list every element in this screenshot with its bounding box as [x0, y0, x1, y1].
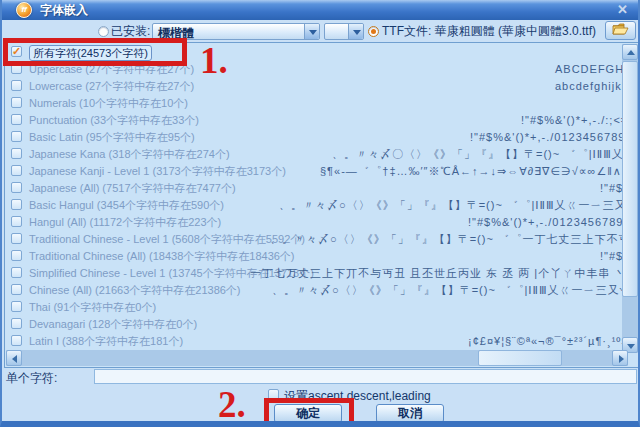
charset-row[interactable]: Japanese (All) (7517个字符中存在7477个)!"#$%&'(… [5, 180, 623, 197]
charset-row[interactable]: Uppercase (27个字符中存在27个)ABCDEFGHIJKLMNOPQ… [5, 61, 623, 78]
charset-row[interactable]: Basic Hangul (3454个字符中存在590个)、。〃々〆○〈〉《》「… [5, 197, 623, 214]
charset-checkbox[interactable] [11, 250, 22, 261]
charset-row[interactable]: Chinese (All) (21663个字符中存在21386个)、。〃々〆○〈… [5, 282, 623, 299]
charset-checkbox[interactable] [11, 233, 22, 244]
charset-label: Devanagari (128个字符中存在0个) [29, 316, 197, 333]
charset-label: Japanese Kana (318个字符中存在274个) [29, 146, 230, 163]
charset-label: Thai (91个字符中存在0个) [29, 299, 156, 316]
charset-label: Hangul (All) (11172个字符中存在223个) [29, 214, 221, 231]
charset-sample-text: ¡¢£¤¥¦§¨©ª«¬®¯°±²³´µ¶·¸¹º»¼½¾¿ÀÁÂÃÄÅÆ [468, 333, 623, 350]
charset-row[interactable]: Latin I (388个字符中存在181个)¡¢£¤¥¦§¨©ª«¬®¯°±²… [5, 333, 623, 350]
charset-row[interactable]: Traditional Chinese (All) (18438个字符中存在18… [5, 248, 623, 265]
horizontal-scrollbar-thumb[interactable] [478, 350, 562, 366]
app-logo-icon: ff [16, 2, 32, 18]
charset-rows: ✓所有字符(24573个字符)Uppercase (27个字符中存在27个)AB… [5, 44, 623, 352]
charset-list: ✓所有字符(24573个字符)Uppercase (27个字符中存在27个)AB… [4, 42, 640, 368]
charset-label: Numerals (10个字符中存在10个) [29, 95, 188, 112]
charset-checkbox[interactable] [11, 301, 22, 312]
charset-sample-text: 一丁七万丈三上下丌不与丏丑 且丕世丘丙业 东 丞 两 |个丫ㄚ中丰串 丶丸丹 主… [250, 265, 623, 282]
charset-checkbox[interactable] [11, 80, 22, 91]
charset-row[interactable]: Punctuation (33个字符中存在33个)!"#$%&'()*+,-./… [5, 112, 623, 129]
vertical-scrollbar-thumb[interactable] [622, 61, 638, 297]
font-source-controls: 已安装: 標楷體 TTF文件: 華康粗圓體 (華康中圓體3.0.ttf) [2, 20, 638, 42]
browse-ttf-button[interactable] [605, 21, 636, 40]
charset-label: Traditional Chinese - Level 1 (5608个字符中存… [29, 231, 305, 248]
charset-checkbox[interactable] [11, 131, 22, 142]
single-char-input[interactable] [94, 369, 637, 384]
metrics-checkbox[interactable] [268, 389, 279, 400]
charset-row[interactable]: Traditional Chinese - Level 1 (5608个字符中存… [5, 231, 623, 248]
titlebar[interactable]: ff 字体嵌入 ✕ [2, 0, 638, 20]
font-embed-dialog: ff 字体嵌入 ✕ 已安装: 標楷體 TTF文件: 華康粗圓體 (華康中圓體3.… [0, 0, 640, 427]
charset-row[interactable]: Simplified Chinese - Level 1 (13745个字符中存… [5, 265, 623, 282]
charset-row[interactable]: Devanagari (128个字符中存在0个) [5, 316, 623, 333]
dialog-footer: 设置ascent,descent,leading 确定 取消 [2, 386, 638, 421]
scroll-left-button[interactable] [6, 350, 22, 366]
charset-sample-text: 、。〃々〆○〈〉《》「」『』【】〒=()~ ゛゜一丁七丈三上下不丏丑且丕世丘丙亟… [270, 231, 623, 248]
charset-row[interactable]: Hangul (All) (11172个字符中存在223个)!"#$%&'()*… [5, 214, 623, 231]
charset-label: Japanese Kanji - Level 1 (3173个字符中存在3173… [29, 163, 286, 180]
charset-checkbox[interactable] [11, 114, 22, 125]
ok-button[interactable]: 确定 [274, 404, 342, 423]
charset-checkbox[interactable] [11, 335, 22, 346]
charset-sample-text: abcdefghijklmnopqrstuvwxyz [555, 78, 623, 95]
charset-sample-text: !"#$%&'()*+,-./0123456789:;<=>?@ABCDEFG [470, 129, 623, 146]
charset-checkbox[interactable] [11, 284, 22, 295]
charset-label: Punctuation (33个字符中存在33个) [29, 112, 199, 129]
charset-row[interactable]: ✓所有字符(24573个字符) [5, 44, 623, 61]
horizontal-scrollbar[interactable] [6, 350, 628, 366]
scroll-up-button[interactable] [622, 44, 638, 60]
charset-row[interactable]: Japanese Kanji - Level 1 (3173个字符中存在3173… [5, 163, 623, 180]
charset-row[interactable]: Thai (91个字符中存在0个) [5, 299, 623, 316]
charset-row[interactable]: Basic Latin (95个字符中存在95个)!"#$%&'()*+,-./… [5, 129, 623, 146]
charset-label: 所有字符(24573个字符) [29, 45, 152, 61]
vertical-scrollbar[interactable] [622, 44, 638, 353]
metrics-checkbox-label: 设置ascent,descent,leading [284, 388, 431, 405]
cancel-button[interactable]: 取消 [376, 404, 444, 423]
charset-checkbox[interactable] [11, 165, 22, 176]
charset-sample-text: §¶«-—゛゜†‡…‰′″※℃Å←↑→↓⇒⇔∀∂∃∇∈∋√∝∞∠‖∧∨Γ [320, 163, 623, 180]
window-title: 字体嵌入 [40, 2, 88, 19]
charset-label: Lowercase (27个字符中存在27个) [29, 78, 194, 95]
charset-sample-text: ABCDEFGHIJKLMNOPQRSTUVWXYZ [555, 61, 623, 78]
charset-label: Latin I (388个字符中存在181个) [29, 333, 183, 350]
charset-sample-text: !"#$%&'()* [600, 180, 623, 197]
single-char-section: 单个字符: [2, 368, 638, 386]
charset-checkbox[interactable] [11, 216, 22, 227]
charset-checkbox[interactable] [11, 148, 22, 159]
charset-label: Basic Hangul (3454个字符中存在590个) [29, 197, 224, 214]
charset-checkbox[interactable] [11, 318, 22, 329]
charset-sample-text: 、。〃々〆○〈〉《》「」『』【】〒=()~ ゛゜|ⅠⅡⅢ乂ㄍ一ㄧ三又〰 [279, 197, 623, 214]
charset-row[interactable]: Lowercase (27个字符中存在27个)abcdefghijklmnopq… [5, 78, 623, 95]
charset-row[interactable]: Numerals (10个字符中存在10个) [5, 95, 623, 112]
installed-font-value: 標楷體 [158, 25, 194, 42]
charset-checkbox[interactable] [11, 182, 22, 193]
ttf-file-label: TTF文件: 華康粗圓體 (華康中圓體3.0.ttf) [382, 23, 596, 40]
ttf-file-radio[interactable] [368, 26, 379, 37]
installed-radio-label: 已安装: [111, 23, 150, 40]
scroll-right-button[interactable] [612, 350, 628, 366]
installed-radio[interactable] [98, 26, 109, 37]
charset-sample-text: !"#$%&'()*+,-./0123456789:;<=>?@ABCD [468, 214, 623, 231]
style-dropdown[interactable] [324, 23, 364, 40]
close-icon[interactable]: ✕ [617, 2, 628, 17]
charset-sample-text: 、。〃々〆○〈〉《》「」『』【】〒=()~ ゛゜|ⅠⅡⅢ乂ㄍ一ㄧ三又〰ㄅㄆㄇㄈㄉ… [272, 282, 623, 299]
charset-label: Traditional Chinese (All) (18438个字符中存在18… [29, 248, 295, 265]
charset-sample-text: !"#$%&'()* [600, 248, 623, 265]
folder-open-icon [612, 23, 629, 36]
charset-row[interactable]: Japanese Kana (318个字符中存在274个)、。〃々〆〇〈〉《》「… [5, 146, 623, 163]
charset-label: Japanese (All) (7517个字符中存在7477个) [29, 180, 236, 197]
installed-font-dropdown[interactable]: 標楷體 [152, 23, 320, 40]
charset-label: Chinese (All) (21663个字符中存在21386个) [29, 282, 241, 299]
charset-sample-text: !"#$%&'()*+,-./:;<=>?@[\]^_`{|}~ [521, 112, 623, 129]
chevron-down-icon[interactable] [348, 24, 363, 39]
charset-label: Uppercase (27个字符中存在27个) [29, 61, 194, 78]
charset-checkbox[interactable] [11, 199, 22, 210]
charset-checkbox[interactable]: ✓ [11, 46, 22, 57]
charset-checkbox[interactable] [11, 267, 22, 278]
chevron-down-icon[interactable] [304, 24, 319, 39]
single-char-label: 单个字符: [6, 370, 57, 387]
charset-checkbox[interactable] [11, 97, 22, 108]
charset-checkbox[interactable] [11, 63, 22, 74]
charset-sample-text: 、。〃々〆〇〈〉《》「」『』【】〒=()~ ゛゜|ⅠⅡⅢ乂ㄍ一ㄧ三又〰ぁあいぃう… [332, 146, 623, 163]
